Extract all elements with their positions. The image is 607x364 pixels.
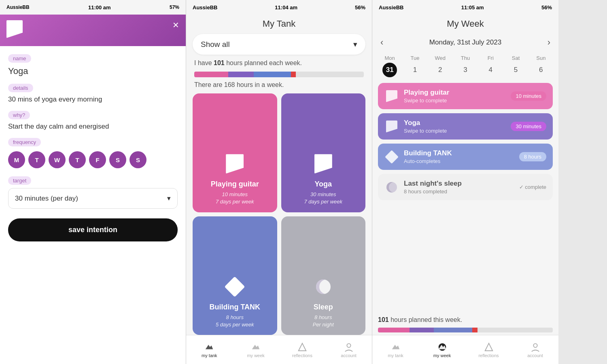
tank-row-icon	[384, 150, 399, 164]
day-T2[interactable]: T	[69, 151, 86, 168]
sleep-row-icon	[384, 180, 399, 195]
time-2: 11:04 am	[275, 4, 297, 11]
phone3-title: My Week	[372, 15, 558, 34]
tank-progress-bar	[194, 72, 364, 77]
tank-progress-fill	[194, 72, 364, 77]
nav-my-tank[interactable]: my tank	[186, 335, 233, 364]
prev-week-button[interactable]: ‹	[380, 37, 383, 48]
week-nav: ‹ Monday, 31st July 2023 ›	[372, 34, 558, 53]
habit-card-yoga[interactable]: Yoga 30 minutes 7 days per week	[281, 93, 366, 212]
reflections-icon-2	[297, 342, 308, 352]
guitar-row-name: Playing guitar	[404, 89, 506, 97]
sleep-complete-badge: ✓ complete	[519, 184, 546, 190]
app-logo-icon	[6, 20, 23, 38]
day-num-wed: 2	[433, 63, 448, 77]
show-all-dropdown[interactable]: Show all ▾	[193, 34, 365, 55]
day-col-wed[interactable]: Wed 2	[433, 55, 448, 77]
dropdown-label: Show all	[201, 40, 230, 49]
crescent-sm-icon	[386, 182, 397, 193]
habit-card-guitar[interactable]: Playing guitar 10 minutes 7 days per wee…	[193, 93, 277, 212]
phone-3: AussieBB 11:05 am 56% My Week ‹ Monday, …	[372, 0, 558, 364]
day-col-sun[interactable]: Sun 6	[534, 55, 548, 77]
nav-reflections-2[interactable]: reflections	[279, 335, 326, 364]
target-select[interactable]: 30 minutes (per day) ▾	[8, 188, 178, 209]
nav-my-week-3[interactable]: my week	[419, 335, 465, 364]
yoga-row-icon	[384, 119, 399, 134]
week-habit-sleep[interactable]: Last night's sleep 8 hours completed ✓ c…	[378, 174, 553, 200]
habit-card-sleep[interactable]: Sleep 8 hours Per night	[281, 216, 366, 335]
yoga-row-sub: Swipe to complete	[404, 128, 506, 134]
chevron-down-icon: ▾	[353, 40, 357, 49]
battery-2: 56%	[355, 4, 365, 11]
day-M[interactable]: M	[8, 151, 25, 168]
guitar-row-sub: Swipe to complete	[404, 97, 506, 104]
week-content: Playing guitar Swipe to complete 10 minu…	[372, 83, 558, 311]
yoga-row-name: Yoga	[404, 119, 506, 127]
yoga-sub: 30 minutes 7 days per week	[304, 191, 342, 205]
guitar-icon	[223, 152, 247, 176]
day-name-tue: Tue	[410, 55, 419, 61]
habit-card-tank[interactable]: Building TANK 8 hours 5 days per week	[193, 216, 277, 335]
diamond-sm-icon	[385, 150, 399, 164]
nav-my-week-2[interactable]: my week	[233, 335, 279, 364]
next-week-button[interactable]: ›	[548, 37, 550, 48]
day-S2[interactable]: S	[129, 151, 146, 168]
sleep-icon	[311, 275, 335, 299]
day-col-mon[interactable]: Mon 31	[382, 55, 397, 77]
day-name-sun: Sun	[536, 55, 545, 61]
week-habit-guitar[interactable]: Playing guitar Swipe to complete 10 minu…	[378, 83, 553, 109]
nav-account-2[interactable]: account	[325, 335, 372, 364]
tank-row-text: Building TANK Auto-completes	[404, 149, 514, 164]
carrier-1: AussieBB	[6, 4, 30, 10]
prog-blue	[254, 72, 291, 77]
status-bar-3: AussieBB 11:05 am 56%	[372, 0, 558, 15]
nav-account-3[interactable]: account	[512, 335, 558, 364]
day-name-fri: Fri	[488, 55, 494, 61]
day-num-sat: 5	[509, 63, 523, 77]
days-row: M T W T F S S	[8, 151, 178, 168]
time-3: 11:05 am	[461, 4, 484, 11]
day-col-sat[interactable]: Sat 5	[509, 55, 523, 77]
day-name-sat: Sat	[512, 55, 520, 61]
nav-my-tank-3[interactable]: my tank	[372, 335, 419, 364]
day-col-tue[interactable]: Tue 1	[407, 55, 422, 77]
carrier-2: AussieBB	[193, 4, 217, 11]
day-S1[interactable]: S	[109, 151, 126, 168]
nav-reflections-3[interactable]: reflections	[465, 335, 512, 364]
svg-point-0	[347, 343, 350, 347]
week-progress-bar	[378, 328, 553, 332]
save-intention-button[interactable]: save intention	[8, 218, 178, 241]
close-button[interactable]: ✕	[172, 20, 179, 30]
yoga-icon	[311, 152, 335, 176]
day-col-fri[interactable]: Fri 4	[483, 55, 498, 77]
carrier-3: AussieBB	[379, 4, 403, 11]
tank-row-sub: Auto-completes	[404, 158, 514, 164]
flag-sm-icon	[386, 90, 397, 102]
account-icon-2	[344, 342, 354, 352]
wk-prog-red	[472, 328, 478, 332]
guitar-name: Playing guitar	[211, 180, 259, 188]
right-spacer	[558, 0, 607, 364]
crescent-icon	[316, 279, 331, 294]
habits-grid: Playing guitar 10 minutes 7 days per wee…	[186, 93, 372, 335]
week-habit-tank[interactable]: Building TANK Auto-completes 8 hours	[378, 144, 553, 170]
wk-prog-blue	[434, 328, 472, 332]
tank-row-name: Building TANK	[404, 149, 514, 157]
name-label: name	[8, 54, 31, 63]
day-col-thu[interactable]: Thu 3	[458, 55, 473, 77]
reflections-icon-3	[484, 342, 494, 352]
status-bar-2: AussieBB 11:04 am 56%	[186, 0, 372, 15]
account-icon-3	[530, 342, 541, 352]
day-W[interactable]: W	[49, 151, 66, 168]
flag-icon-2	[314, 154, 332, 174]
week-habit-yoga[interactable]: Yoga Swipe to complete 30 minutes	[378, 113, 553, 140]
why-value: Start the day calm and energised	[8, 123, 178, 131]
battery-1: 57%	[170, 4, 179, 10]
status-bar-1: AussieBB 11:00 am 57%	[0, 0, 186, 15]
my-week-icon-2	[250, 342, 261, 352]
phone-1: AussieBB 11:00 am 57% ✕ name Yoga detail…	[0, 0, 186, 364]
flag-icon	[226, 154, 244, 174]
day-F[interactable]: F	[89, 151, 106, 168]
day-T1[interactable]: T	[28, 151, 45, 168]
target-label: target	[8, 176, 31, 185]
